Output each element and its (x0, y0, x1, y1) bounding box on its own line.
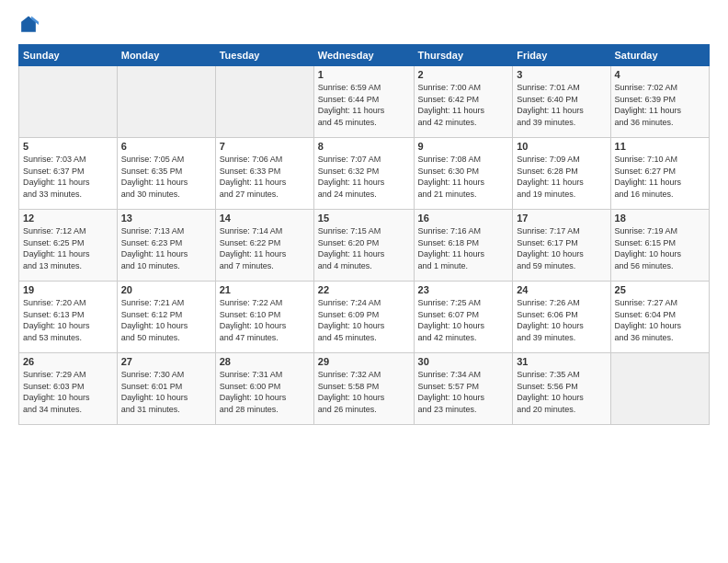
calendar-cell: 20Sunrise: 7:21 AM Sunset: 6:12 PM Dayli… (117, 282, 215, 353)
day-info: Sunrise: 7:05 AM Sunset: 6:35 PM Dayligh… (121, 154, 211, 200)
header (18, 15, 710, 35)
calendar-cell: 9Sunrise: 7:08 AM Sunset: 6:30 PM Daylig… (414, 138, 513, 210)
weekday-header: Thursday (414, 45, 513, 66)
calendar-cell (215, 66, 313, 138)
day-number: 30 (418, 356, 509, 367)
calendar-cell: 5Sunrise: 7:03 AM Sunset: 6:37 PM Daylig… (19, 138, 118, 210)
day-number: 6 (121, 141, 211, 152)
calendar-cell: 3Sunrise: 7:01 AM Sunset: 6:40 PM Daylig… (513, 66, 610, 138)
calendar-cell: 31Sunrise: 7:35 AM Sunset: 5:56 PM Dayli… (513, 353, 610, 425)
day-info: Sunrise: 7:10 AM Sunset: 6:27 PM Dayligh… (615, 154, 705, 200)
calendar-cell: 2Sunrise: 7:00 AM Sunset: 6:42 PM Daylig… (414, 66, 513, 138)
calendar-cell: 30Sunrise: 7:34 AM Sunset: 5:57 PM Dayli… (414, 353, 513, 425)
day-info: Sunrise: 7:07 AM Sunset: 6:32 PM Dayligh… (318, 154, 410, 200)
day-number: 7 (220, 141, 310, 152)
day-number: 18 (615, 213, 705, 224)
day-info: Sunrise: 7:29 AM Sunset: 6:03 PM Dayligh… (23, 369, 113, 415)
day-info: Sunrise: 7:25 AM Sunset: 6:07 PM Dayligh… (418, 297, 509, 343)
calendar-cell: 19Sunrise: 7:20 AM Sunset: 6:13 PM Dayli… (19, 282, 118, 353)
day-info: Sunrise: 7:17 AM Sunset: 6:17 PM Dayligh… (517, 225, 606, 271)
logo (18, 15, 42, 35)
calendar-cell (610, 353, 709, 425)
calendar-cell: 26Sunrise: 7:29 AM Sunset: 6:03 PM Dayli… (19, 353, 118, 425)
day-number: 10 (517, 141, 606, 152)
day-number: 8 (318, 141, 410, 152)
calendar-cell: 16Sunrise: 7:16 AM Sunset: 6:18 PM Dayli… (414, 210, 513, 282)
day-number: 20 (121, 284, 211, 295)
day-number: 16 (418, 213, 509, 224)
day-number: 24 (517, 284, 606, 295)
day-number: 31 (517, 356, 606, 367)
day-number: 9 (418, 141, 509, 152)
day-info: Sunrise: 7:13 AM Sunset: 6:23 PM Dayligh… (121, 225, 211, 271)
day-info: Sunrise: 7:08 AM Sunset: 6:30 PM Dayligh… (418, 154, 509, 200)
calendar-cell (19, 66, 118, 138)
day-number: 27 (121, 356, 211, 367)
calendar-cell (117, 66, 215, 138)
calendar-cell: 13Sunrise: 7:13 AM Sunset: 6:23 PM Dayli… (117, 210, 215, 282)
day-info: Sunrise: 7:15 AM Sunset: 6:20 PM Dayligh… (318, 225, 410, 271)
day-info: Sunrise: 7:06 AM Sunset: 6:33 PM Dayligh… (220, 154, 310, 200)
calendar-cell: 18Sunrise: 7:19 AM Sunset: 6:15 PM Dayli… (610, 210, 709, 282)
day-number: 3 (517, 69, 606, 80)
day-number: 29 (318, 356, 410, 367)
day-number: 1 (318, 69, 410, 80)
day-number: 15 (318, 213, 410, 224)
day-number: 5 (23, 141, 113, 152)
day-info: Sunrise: 7:34 AM Sunset: 5:57 PM Dayligh… (418, 369, 509, 415)
day-info: Sunrise: 7:02 AM Sunset: 6:39 PM Dayligh… (615, 82, 705, 128)
calendar-cell: 7Sunrise: 7:06 AM Sunset: 6:33 PM Daylig… (215, 138, 313, 210)
day-info: Sunrise: 7:32 AM Sunset: 5:58 PM Dayligh… (318, 369, 410, 415)
day-info: Sunrise: 7:26 AM Sunset: 6:06 PM Dayligh… (517, 297, 606, 343)
calendar-week-row: 19Sunrise: 7:20 AM Sunset: 6:13 PM Dayli… (19, 282, 710, 353)
calendar-header-row: SundayMondayTuesdayWednesdayThursdayFrid… (19, 45, 710, 66)
day-number: 26 (23, 356, 113, 367)
day-number: 14 (220, 213, 310, 224)
weekday-header: Sunday (19, 45, 118, 66)
day-info: Sunrise: 7:21 AM Sunset: 6:12 PM Dayligh… (121, 297, 211, 343)
calendar-cell: 22Sunrise: 7:24 AM Sunset: 6:09 PM Dayli… (313, 282, 414, 353)
day-number: 13 (121, 213, 211, 224)
calendar-week-row: 26Sunrise: 7:29 AM Sunset: 6:03 PM Dayli… (19, 353, 710, 425)
day-number: 17 (517, 213, 606, 224)
weekday-header: Friday (513, 45, 610, 66)
day-number: 22 (318, 284, 410, 295)
calendar-cell: 27Sunrise: 7:30 AM Sunset: 6:01 PM Dayli… (117, 353, 215, 425)
day-info: Sunrise: 7:01 AM Sunset: 6:40 PM Dayligh… (517, 82, 606, 128)
day-info: Sunrise: 7:03 AM Sunset: 6:37 PM Dayligh… (23, 154, 113, 200)
day-info: Sunrise: 7:12 AM Sunset: 6:25 PM Dayligh… (23, 225, 113, 271)
calendar-cell: 17Sunrise: 7:17 AM Sunset: 6:17 PM Dayli… (513, 210, 610, 282)
calendar-week-row: 12Sunrise: 7:12 AM Sunset: 6:25 PM Dayli… (19, 210, 710, 282)
calendar-cell: 12Sunrise: 7:12 AM Sunset: 6:25 PM Dayli… (19, 210, 118, 282)
calendar-cell: 24Sunrise: 7:26 AM Sunset: 6:06 PM Dayli… (513, 282, 610, 353)
calendar-cell: 6Sunrise: 7:05 AM Sunset: 6:35 PM Daylig… (117, 138, 215, 210)
day-number: 21 (220, 284, 310, 295)
calendar-cell: 29Sunrise: 7:32 AM Sunset: 5:58 PM Dayli… (313, 353, 414, 425)
day-info: Sunrise: 7:16 AM Sunset: 6:18 PM Dayligh… (418, 225, 509, 271)
calendar-cell: 8Sunrise: 7:07 AM Sunset: 6:32 PM Daylig… (313, 138, 414, 210)
calendar-cell: 21Sunrise: 7:22 AM Sunset: 6:10 PM Dayli… (215, 282, 313, 353)
weekday-header: Tuesday (215, 45, 313, 66)
day-info: Sunrise: 7:00 AM Sunset: 6:42 PM Dayligh… (418, 82, 509, 128)
day-number: 23 (418, 284, 509, 295)
day-number: 4 (615, 69, 705, 80)
day-number: 19 (23, 284, 113, 295)
calendar-cell: 25Sunrise: 7:27 AM Sunset: 6:04 PM Dayli… (610, 282, 709, 353)
calendar-cell: 1Sunrise: 6:59 AM Sunset: 6:44 PM Daylig… (313, 66, 414, 138)
page: SundayMondayTuesdayWednesdayThursdayFrid… (0, 0, 728, 563)
day-info: Sunrise: 7:22 AM Sunset: 6:10 PM Dayligh… (220, 297, 310, 343)
day-info: Sunrise: 7:35 AM Sunset: 5:56 PM Dayligh… (517, 369, 606, 415)
calendar-table: SundayMondayTuesdayWednesdayThursdayFrid… (18, 44, 710, 425)
day-number: 25 (615, 284, 705, 295)
day-info: Sunrise: 7:31 AM Sunset: 6:00 PM Dayligh… (220, 369, 310, 415)
day-info: Sunrise: 6:59 AM Sunset: 6:44 PM Dayligh… (318, 82, 410, 128)
day-info: Sunrise: 7:09 AM Sunset: 6:28 PM Dayligh… (517, 154, 606, 200)
logo-icon (18, 15, 39, 35)
day-info: Sunrise: 7:20 AM Sunset: 6:13 PM Dayligh… (23, 297, 113, 343)
calendar-cell: 15Sunrise: 7:15 AM Sunset: 6:20 PM Dayli… (313, 210, 414, 282)
weekday-header: Monday (117, 45, 215, 66)
calendar-week-row: 1Sunrise: 6:59 AM Sunset: 6:44 PM Daylig… (19, 66, 710, 138)
calendar-cell: 23Sunrise: 7:25 AM Sunset: 6:07 PM Dayli… (414, 282, 513, 353)
day-info: Sunrise: 7:14 AM Sunset: 6:22 PM Dayligh… (220, 225, 310, 271)
weekday-header: Wednesday (313, 45, 414, 66)
